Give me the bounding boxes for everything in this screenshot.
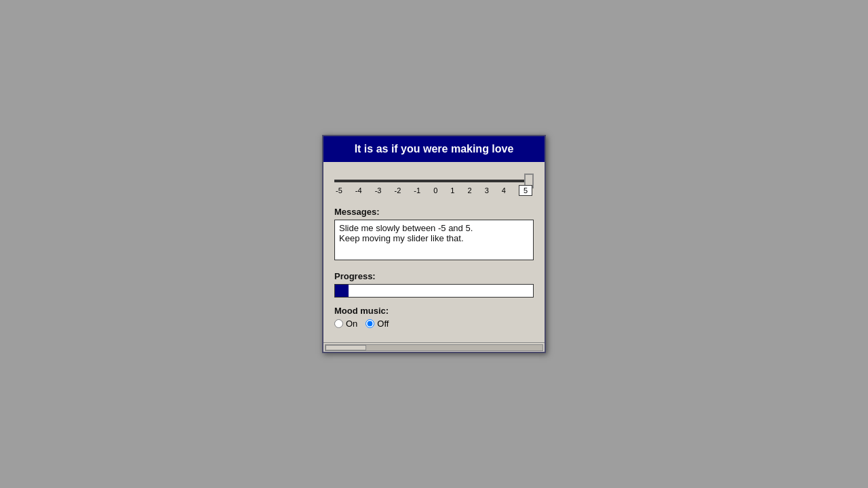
mood-section: Mood music: On Off <box>334 306 534 329</box>
progress-label: Progress: <box>334 271 534 281</box>
dialog: It is as if you were making love -5 -4 -… <box>322 135 546 353</box>
tick-0: 0 <box>433 186 437 195</box>
mood-on-label[interactable]: On <box>334 319 357 329</box>
mood-on-radio[interactable] <box>334 319 343 328</box>
value-slider[interactable] <box>334 180 534 182</box>
tick-1: 1 <box>450 186 454 195</box>
mood-off-label[interactable]: Off <box>366 319 389 329</box>
tick-3: 3 <box>485 186 489 195</box>
tick-minus5: -5 <box>336 186 342 195</box>
mood-label: Mood music: <box>334 306 534 316</box>
scrollbar-track <box>325 344 543 351</box>
tick-2: 2 <box>467 186 471 195</box>
progress-section: Progress: <box>334 271 534 298</box>
scrollbar-thumb[interactable] <box>326 345 366 350</box>
slider-value-display: 5 <box>519 185 532 196</box>
bottom-scrollbar[interactable] <box>323 342 545 352</box>
messages-label: Messages: <box>334 207 534 217</box>
progress-bar-outer <box>334 284 534 298</box>
mood-off-radio[interactable] <box>366 319 374 328</box>
tick-minus1: -1 <box>414 186 420 195</box>
slider-section: -5 -4 -3 -2 -1 0 1 2 3 4 5 <box>334 173 534 196</box>
messages-section: Messages: Slide me slowly between -5 and… <box>334 207 534 271</box>
messages-textarea[interactable]: Slide me slowly between -5 and 5. Keep m… <box>334 220 534 260</box>
dialog-title: It is as if you were making love <box>355 143 514 155</box>
dialog-content: -5 -4 -3 -2 -1 0 1 2 3 4 5 Messages: Sli… <box>323 162 545 342</box>
tick-4: 4 <box>502 186 506 195</box>
tick-minus2: -2 <box>394 186 401 195</box>
mood-radio-group: On Off <box>334 319 534 329</box>
progress-bar-inner <box>335 285 349 297</box>
title-bar: It is as if you were making love <box>323 136 545 162</box>
mood-off-text: Off <box>377 319 389 329</box>
tick-minus4: -4 <box>355 186 362 195</box>
mood-on-text: On <box>346 319 357 329</box>
tick-minus3: -3 <box>375 186 382 195</box>
